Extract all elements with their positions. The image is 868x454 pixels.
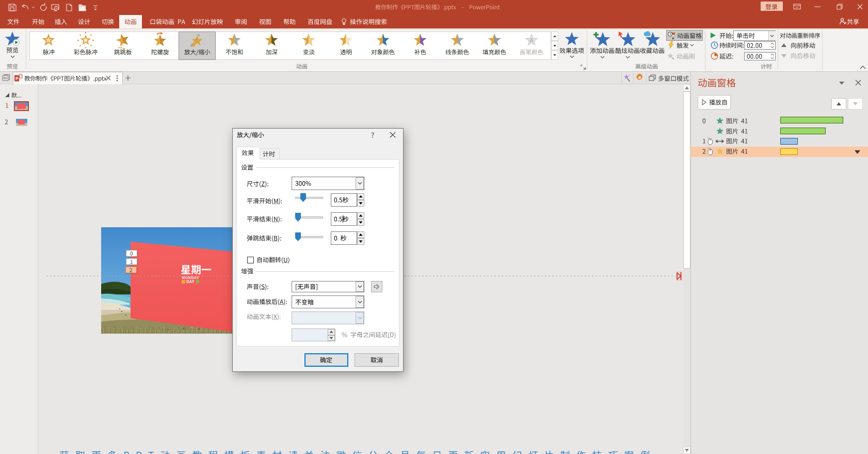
svg-text:A: A	[529, 37, 534, 43]
svg-text:P: P	[15, 76, 19, 81]
